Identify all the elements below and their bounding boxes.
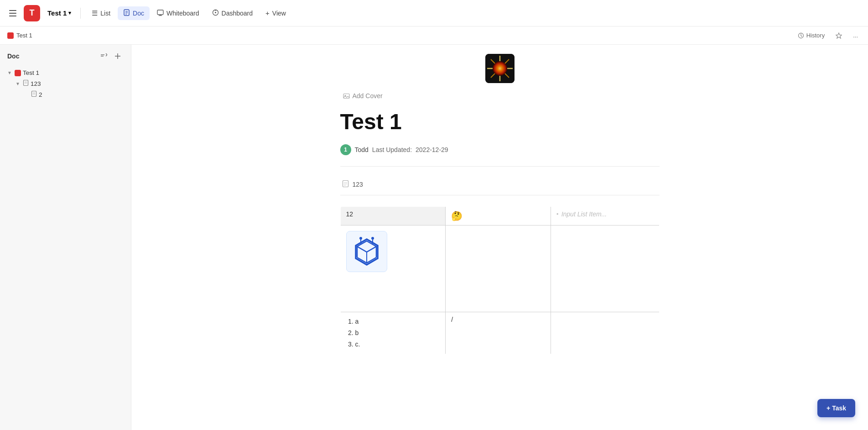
add-view-icon: + <box>265 9 270 17</box>
tab-list[interactable]: ☰ List <box>86 6 116 20</box>
workspace-name[interactable]: Test 1 ▾ <box>44 7 75 19</box>
workspace-dropdown-icon: ▾ <box>68 10 71 16</box>
test1-icon <box>15 70 21 76</box>
svg-point-44 <box>359 237 362 240</box>
breadcrumb: Test 1 <box>7 32 32 39</box>
sidebar-item-123[interactable]: ▼ 123 <box>4 78 127 89</box>
subpage-doc-icon <box>342 180 349 189</box>
sidebar: Doc ▼ <box>0 45 131 430</box>
breadcrumb-workspace-icon <box>7 32 14 39</box>
table-cell-list-placeholder[interactable]: ● Input List Item... <box>551 206 659 225</box>
tab-whiteboard[interactable]: Whiteboard <box>151 6 205 20</box>
star-icon <box>836 32 842 39</box>
svg-rect-35 <box>343 94 349 98</box>
svg-rect-1 <box>9 13 16 14</box>
table-row: 12 🤔 ● Input List Item... <box>340 206 659 225</box>
svg-rect-0 <box>9 10 16 11</box>
svg-rect-7 <box>157 10 163 15</box>
collapse-icon <box>101 53 107 59</box>
image-icon <box>343 93 350 100</box>
tab-view-add[interactable]: + View <box>260 6 291 20</box>
table-cell-cube-image[interactable] <box>340 225 446 312</box>
table-cell-empty-2[interactable] <box>551 225 659 312</box>
add-task-button[interactable]: + Task <box>817 399 855 417</box>
cube-icon-container <box>346 231 387 272</box>
firework-icon <box>485 54 515 83</box>
ordered-list: a b c. <box>346 316 440 351</box>
dashboard-icon <box>212 9 219 17</box>
sidebar-toggle-button[interactable] <box>5 6 20 21</box>
add-cover-button[interactable]: Add Cover <box>340 90 385 101</box>
table-cell-header-12[interactable]: 12 <box>340 206 446 225</box>
svg-point-46 <box>371 237 374 240</box>
table-cell-emoji[interactable]: 🤔 <box>446 206 551 225</box>
content-area: Add Cover Test 1 1 Todd Last Updated: 20… <box>131 45 868 430</box>
sidebar-tree: ▼ Test 1 ▼ 123 2 <box>0 66 131 430</box>
sidebar-collapse-button[interactable] <box>98 50 110 62</box>
sidebar-item-2[interactable]: 2 <box>4 89 127 100</box>
cube-svg-icon <box>351 236 383 267</box>
history-button[interactable]: History <box>795 30 827 41</box>
main-layout: Doc ▼ <box>0 45 868 430</box>
tab-doc[interactable]: Doc <box>118 6 150 20</box>
svg-point-11 <box>215 12 216 13</box>
bullet-point-icon: ● <box>556 212 559 216</box>
star-button[interactable] <box>833 31 845 41</box>
doc-cover-icon[interactable] <box>485 54 515 83</box>
add-icon <box>114 53 121 59</box>
sidebar-item-test1[interactable]: ▼ Test 1 <box>4 68 127 78</box>
table-cell-slash[interactable]: / <box>446 312 551 354</box>
author-avatar: 1 <box>340 144 351 155</box>
table-row <box>340 225 659 312</box>
doc-container: Add Cover Test 1 1 Todd Last Updated: 20… <box>340 54 660 354</box>
list-icon: ☰ <box>92 9 98 17</box>
whiteboard-icon <box>157 9 164 17</box>
svg-marker-14 <box>836 33 842 38</box>
sidebar-actions <box>98 50 124 62</box>
nav-divider <box>80 8 81 19</box>
history-icon <box>798 32 804 39</box>
doc-meta-divider <box>340 166 660 167</box>
chevron-down-icon: ▼ <box>6 70 13 75</box>
doc-subpage-link[interactable]: 123 <box>340 178 660 191</box>
chevron-down-icon: ▼ <box>15 81 21 86</box>
doc-icon-area <box>340 54 660 83</box>
doc-icon-small2 <box>31 91 37 98</box>
doc-meta: 1 Todd Last Updated: 2022-12-29 <box>340 144 660 155</box>
table-row: a b c. / <box>340 312 659 354</box>
breadcrumb-actions: History ... <box>795 30 861 41</box>
top-nav: T Test 1 ▾ ☰ List Doc Whiteboard <box>0 0 868 26</box>
doc-title[interactable]: Test 1 <box>340 109 660 135</box>
doc-icon <box>123 9 130 17</box>
sidebar-header: Doc <box>0 45 131 66</box>
more-options-button[interactable]: ... <box>850 30 861 41</box>
table-cell-empty-1[interactable] <box>446 225 551 312</box>
sidebar-title: Doc <box>7 52 19 60</box>
doc-sub-divider <box>340 195 660 195</box>
app-logo: T <box>24 5 40 21</box>
table-cell-ordered-list[interactable]: a b c. <box>340 312 446 354</box>
author-name: Todd <box>355 146 369 153</box>
doc-table: 12 🤔 ● Input List Item... <box>340 206 660 355</box>
sidebar-add-button[interactable] <box>112 50 124 62</box>
breadcrumb-bar: Test 1 History ... <box>0 26 868 45</box>
tab-dashboard[interactable]: Dashboard <box>207 6 259 20</box>
svg-rect-2 <box>9 16 16 16</box>
table-cell-empty-3[interactable] <box>551 312 659 354</box>
doc-icon-small <box>23 80 29 87</box>
